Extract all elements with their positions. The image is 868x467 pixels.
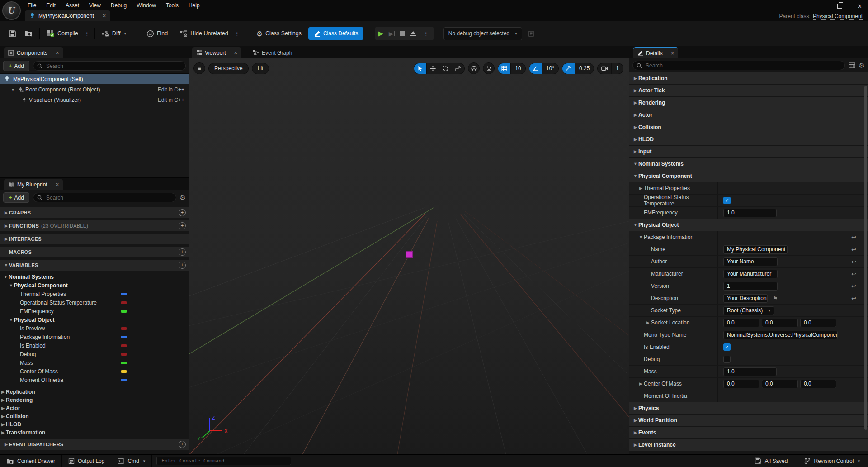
camera-speed-value[interactable]: 1 xyxy=(612,63,623,74)
manufacturer-input[interactable]: Your Manufacturer xyxy=(723,270,778,278)
details-row-center-of-mass[interactable]: ▶Center Of Mass 0.0 0.0 0.0 xyxy=(629,378,868,390)
close-icon[interactable]: × xyxy=(234,49,237,56)
var-category-physical-component[interactable]: ▼ Physical Component xyxy=(0,281,189,290)
details-row-description[interactable]: Description Your Description⚑ ↩ xyxy=(629,292,868,304)
component-row-root[interactable]: ▾ Root Component (Root Object) Edit in C… xyxy=(0,84,189,95)
center-of-mass-y-input[interactable]: 0.0 xyxy=(762,380,798,388)
var-footer-hlod[interactable]: ▶HLOD xyxy=(0,420,189,429)
checkbox-unchecked[interactable] xyxy=(723,356,731,363)
asset-tab-myphysicalcomponent[interactable]: MyPhysicalComponent × xyxy=(25,10,110,21)
details-section-world-partition[interactable]: ▶World Partition xyxy=(629,415,868,426)
variable-is-preview[interactable]: Is Preview xyxy=(0,324,189,333)
variable-moment-of-inertia[interactable]: Moment Of Inertia xyxy=(0,376,189,384)
emfrequency-input[interactable]: 1.0 xyxy=(723,209,777,217)
scale-tool-button[interactable] xyxy=(452,63,464,74)
frame-skip-button[interactable]: ▶ xyxy=(389,30,395,37)
menu-debug[interactable]: Debug xyxy=(106,2,132,9)
description-input[interactable]: Your Description xyxy=(723,294,768,303)
details-section-nominal-systems[interactable]: ▼Nominal Systems xyxy=(629,158,868,170)
scale-snap-value[interactable]: 0.25 xyxy=(575,63,594,74)
details-section-level-instance[interactable]: ▶Level Instance xyxy=(629,439,868,451)
physical-component-actor[interactable] xyxy=(406,251,413,258)
details-row-socket-location[interactable]: ▶Socket Location 0.0 0.0 0.0 xyxy=(629,317,868,329)
component-row-visualizer[interactable]: Visualizer (Visualizer) Edit in C++ xyxy=(0,95,189,105)
rotation-snap-value[interactable]: 10° xyxy=(542,63,558,74)
details-section-collision[interactable]: ▶Collision xyxy=(629,121,868,133)
reset-to-default-button[interactable]: ↩ xyxy=(851,246,856,253)
details-row-emfrequency[interactable]: EMFrequency 1.0 xyxy=(629,207,868,219)
center-of-mass-x-input[interactable]: 0.0 xyxy=(723,380,760,388)
variable-mass[interactable]: Mass xyxy=(0,358,189,367)
variable-is-enabled[interactable]: Is Enabled xyxy=(0,341,189,350)
debug-object-dropdown[interactable]: No debug object selected ▾ xyxy=(443,27,522,40)
menu-view[interactable]: View xyxy=(84,2,106,9)
details-section-replication[interactable]: ▶Replication xyxy=(629,72,868,84)
components-search[interactable] xyxy=(33,61,186,71)
eject-button[interactable] xyxy=(410,31,416,36)
details-row-operational-status-temperature[interactable]: Operational Status Temperature ✓ xyxy=(629,195,868,206)
var-category-physical-object[interactable]: ▼ Physical Object xyxy=(0,315,189,324)
section-variables[interactable]: ▼ VARIABLES + xyxy=(0,260,189,271)
section-macros[interactable]: MACROS + xyxy=(0,247,189,257)
my-blueprint-search[interactable] xyxy=(33,193,176,202)
rotation-snap-button[interactable] xyxy=(529,63,542,74)
details-section-events[interactable]: ▶Events xyxy=(629,427,868,438)
details-row-thermal-properties[interactable]: ▶Thermal Properties xyxy=(629,182,868,194)
author-input[interactable]: Your Name xyxy=(723,257,778,266)
reset-to-default-button[interactable]: ↩ xyxy=(851,258,856,265)
var-footer-transformation[interactable]: ▶Transformation xyxy=(0,429,189,437)
details-section-physical-component[interactable]: ▼Physical Component xyxy=(629,170,868,182)
center-of-mass-z-input[interactable]: 0.0 xyxy=(800,380,836,388)
checkbox-checked[interactable]: ✓ xyxy=(723,343,731,351)
section-graphs[interactable]: ▶ GRAPHS + xyxy=(0,207,189,218)
menu-window[interactable]: Window xyxy=(132,2,161,9)
close-icon[interactable]: × xyxy=(56,181,59,188)
select-tool-button[interactable] xyxy=(414,63,427,74)
hide-unrelated-options-button[interactable]: ⋮ xyxy=(232,30,242,37)
details-row-socket-type[interactable]: Socket Type Root (Chassis)▾ xyxy=(629,305,868,316)
rotate-tool-button[interactable] xyxy=(439,63,452,74)
variable-center-of-mass[interactable]: Center Of Mass xyxy=(0,367,189,376)
content-drawer-button[interactable]: Content Drawer xyxy=(0,455,62,467)
output-log-button[interactable]: Output Log xyxy=(62,455,111,467)
class-settings-button[interactable]: ⚙ Class Settings xyxy=(252,29,306,38)
details-section-actor[interactable]: ▶Actor xyxy=(629,109,868,121)
socket-location-y-input[interactable]: 0.0 xyxy=(762,319,798,327)
add-blueprint-item-button[interactable]: + Add xyxy=(3,192,29,203)
socket-type-dropdown[interactable]: Root (Chassis)▾ xyxy=(723,306,774,315)
compile-button[interactable]: Compile xyxy=(42,29,82,38)
details-row-moment-of-inertia[interactable]: Moment Of Inertia xyxy=(629,390,868,402)
menu-asset[interactable]: Asset xyxy=(61,2,84,9)
find-button[interactable]: Find xyxy=(142,30,172,38)
debug-filter-button[interactable] xyxy=(524,30,539,37)
browse-button[interactable] xyxy=(20,30,37,37)
details-row-is-enabled[interactable]: Is Enabled ✓ xyxy=(629,341,868,353)
socket-location-x-input[interactable]: 0.0 xyxy=(723,319,760,327)
var-footer-actor[interactable]: ▶Actor xyxy=(0,404,189,412)
console-command-field[interactable] xyxy=(156,457,291,465)
details-section-rendering[interactable]: ▶Rendering xyxy=(629,97,868,109)
restore-button[interactable] xyxy=(837,4,842,9)
mass-input[interactable]: 1.0 xyxy=(723,367,777,376)
chevron-right-icon[interactable]: ▶ xyxy=(638,381,644,386)
chevron-right-icon[interactable]: ▶ xyxy=(638,186,644,191)
details-row-version[interactable]: Version 1 ↩ xyxy=(629,280,868,292)
details-row-author[interactable]: Author Your Name ↩ xyxy=(629,256,868,267)
class-defaults-button[interactable]: Class Defaults xyxy=(308,27,363,40)
var-footer-replication[interactable]: ▶Replication xyxy=(0,388,189,396)
lit-dropdown[interactable]: Lit xyxy=(252,63,269,74)
menu-help[interactable]: Help xyxy=(184,2,205,9)
reset-to-default-button[interactable]: ↩ xyxy=(851,234,856,241)
chevron-down-icon[interactable]: ▾ xyxy=(10,87,16,92)
add-component-button[interactable]: + Add xyxy=(3,61,29,71)
play-options-button[interactable]: ⋮ xyxy=(421,30,431,37)
camera-speed-button[interactable] xyxy=(598,63,612,74)
reset-to-default-button[interactable]: ↩ xyxy=(851,271,856,277)
version-input[interactable]: 1 xyxy=(723,282,778,291)
all-saved-button[interactable]: All Saved xyxy=(746,455,796,467)
stop-button[interactable] xyxy=(400,31,405,36)
cmd-dropdown-button[interactable]: Cmd ▾ xyxy=(111,455,152,467)
details-row-mono-type-name[interactable]: Mono Type Name NominalSystems.Universe.P… xyxy=(629,329,868,341)
revision-control-button[interactable]: Revision Control ▾ xyxy=(796,455,868,467)
details-tab[interactable]: Details × xyxy=(633,47,678,58)
